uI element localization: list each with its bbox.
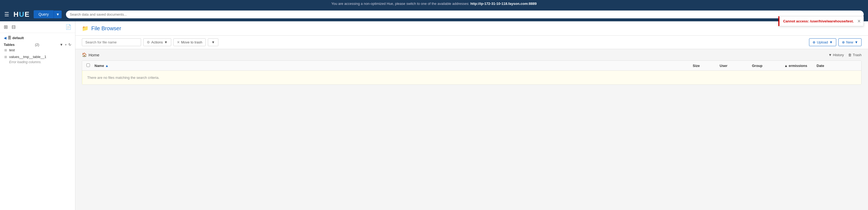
no-files-message: There are no files matching the search c… (87, 76, 159, 80)
app-body: ⊞ ⊟ 📄 ◀ 🗄 default Tables (2) ▼ + ↻ ⊞ tes… (0, 21, 868, 210)
upload-label: Upload (817, 40, 828, 44)
error-message: Cannot access: /user/hive/warehouse/test… (783, 19, 854, 23)
upload-chevron-icon: ▼ (829, 40, 833, 44)
actions-label: Actions (151, 40, 163, 44)
page-header: 📁 File Browser (75, 21, 868, 36)
move-to-trash-button[interactable]: ✕ Move to trash (174, 38, 206, 46)
breadcrumb-bar: 🏠 Home ▼ History 🗑 Trash (75, 49, 868, 60)
sidebar-nav: ◀ 🗄 default Tables (2) ▼ + ↻ ⊞ test ⊞ va… (0, 33, 75, 67)
history-button[interactable]: ▼ History (829, 53, 844, 57)
name-sort-icon: ▲ (105, 64, 108, 68)
tables-icon[interactable]: ⊟ (11, 24, 16, 30)
notification-text: You are accessing a non-optimized Hue, p… (332, 2, 470, 6)
file-table: Name ▲ Size User Group ▲ ermissions Date… (82, 60, 862, 85)
database-icon[interactable]: ⊞ (4, 24, 8, 30)
breadcrumb-actions: ▼ History 🗑 Trash (829, 53, 862, 57)
table-error-text: Error loading columns. (4, 60, 71, 64)
tables-label: Tables (4, 43, 14, 47)
new-button[interactable]: ⊕ New ▼ (838, 38, 862, 46)
query-button[interactable]: Query (34, 10, 54, 18)
tables-count: (2) (35, 43, 39, 47)
global-search-input[interactable] (66, 10, 864, 18)
col-name-header[interactable]: Name ▲ (94, 64, 693, 68)
col-group-header[interactable]: Group (752, 64, 784, 68)
toolbar: ⚙ Actions ▼ ✕ Move to trash ▼ ⊕ Upload ▼… (75, 36, 868, 49)
logo: HUE (13, 10, 29, 19)
col-size-header[interactable]: Size (693, 64, 720, 68)
tables-actions: ▼ + ↻ (60, 43, 71, 47)
col-check-header (86, 63, 94, 68)
error-toast: Cannot access: /user/hive/warehouse/test… (778, 16, 864, 26)
table-item-values[interactable]: ⊞ values__tmp__table__1 (4, 53, 71, 60)
upload-icon: ⊕ (812, 40, 815, 44)
notification-bar: You are accessing a non-optimized Hue, p… (0, 0, 868, 7)
toolbar-right: ⊕ Upload ▼ ⊕ New ▼ (809, 38, 862, 46)
logo-h: H (13, 10, 19, 19)
trash-x-icon: ✕ (177, 40, 180, 44)
new-plus-icon: ⊕ (842, 40, 845, 44)
notification-link[interactable]: http://ip-172-31-10-118.fayson.com:8889 (470, 2, 536, 6)
more-options-button[interactable]: ▼ (208, 38, 218, 46)
page-title: File Browser (91, 25, 121, 32)
permissions-sort-up-icon: ▲ (784, 64, 788, 68)
breadcrumb: 🏠 Home (82, 52, 99, 57)
filter-icon[interactable]: ▼ (60, 43, 63, 47)
no-files-row: There are no files matching the search c… (82, 71, 861, 84)
document-icon[interactable]: 📄 (65, 24, 71, 30)
permissions-col-label: ermissions (789, 64, 807, 68)
error-close-button[interactable]: ✕ (857, 19, 861, 24)
gear-icon: ⚙ (147, 40, 150, 44)
table-icon-2: ⊞ (4, 55, 7, 59)
logo-e: E (25, 10, 29, 19)
history-chevron-icon: ▼ (829, 53, 832, 57)
breadcrumb-home-label[interactable]: Home (89, 53, 99, 57)
col-user-header[interactable]: User (720, 64, 752, 68)
table-item-test[interactable]: ⊞ test (4, 47, 71, 53)
main-content: 📁 File Browser ⚙ Actions ▼ ✕ Move to tra… (75, 21, 868, 210)
file-search-input[interactable] (82, 38, 141, 46)
query-dropdown-button[interactable]: ▼ (54, 10, 62, 18)
trash-button[interactable]: 🗑 Trash (848, 53, 862, 57)
query-btn-group: Query ▼ (34, 10, 62, 18)
tables-header: Tables (2) ▼ + ↻ (4, 43, 71, 47)
move-to-trash-label: Move to trash (181, 40, 203, 44)
back-button[interactable]: ◀ (4, 36, 6, 40)
table-name-test: test (9, 48, 15, 52)
new-label: New (846, 40, 853, 44)
add-table-icon[interactable]: + (65, 43, 67, 47)
file-browser-icon: 📁 (82, 25, 89, 32)
name-col-label: Name (94, 64, 104, 68)
logo-u: U (19, 10, 24, 19)
new-chevron-icon: ▼ (855, 40, 858, 44)
upload-button[interactable]: ⊕ Upload ▼ (809, 38, 836, 46)
header: ☰ HUE Query ▼ (0, 7, 868, 21)
refresh-icon[interactable]: ↻ (68, 43, 71, 47)
sidebar-icons: ⊞ ⊟ 📄 (0, 21, 75, 33)
history-label: History (833, 53, 844, 57)
trash-label: Trash (852, 53, 862, 57)
col-permissions-header[interactable]: ▲ ermissions (784, 64, 816, 68)
trash-icon: 🗑 (848, 53, 851, 57)
col-date-header[interactable]: Date (816, 64, 857, 68)
db-name: default (12, 36, 24, 40)
db-icon: 🗄 (7, 36, 12, 40)
home-icon: 🏠 (82, 52, 87, 57)
sidebar: ⊞ ⊟ 📄 ◀ 🗄 default Tables (2) ▼ + ↻ ⊞ tes… (0, 21, 75, 210)
table-header: Name ▲ Size User Group ▲ ermissions Date (82, 61, 861, 71)
actions-button[interactable]: ⚙ Actions ▼ (143, 38, 171, 46)
table-icon: ⊞ (4, 48, 7, 52)
table-name-values: values__tmp__table__1 (9, 55, 46, 59)
select-all-checkbox[interactable] (86, 63, 90, 67)
hamburger-icon[interactable]: ☰ (4, 11, 9, 18)
actions-chevron-icon: ▼ (164, 40, 168, 44)
